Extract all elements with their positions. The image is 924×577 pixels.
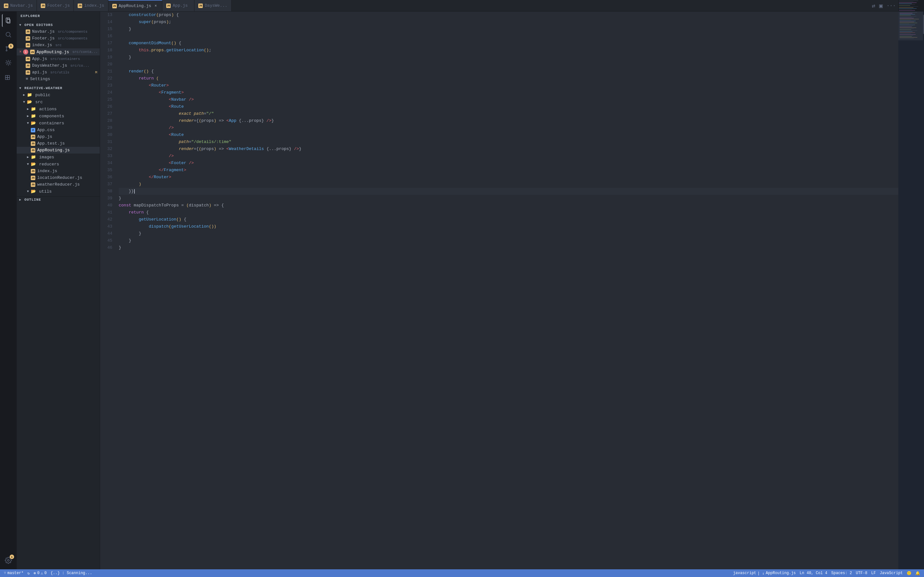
- folder-src[interactable]: ▼ 📂 src: [17, 98, 100, 105]
- tab-label: AppRouting.js: [119, 3, 151, 8]
- svg-line-20: [10, 61, 11, 61]
- js-file-icon: JS: [26, 70, 30, 75]
- line-ending-status[interactable]: LF: [871, 571, 876, 575]
- sync-status[interactable]: ↻: [27, 571, 29, 576]
- folder-arrow: ▼: [23, 100, 25, 104]
- svg-rect-8: [899, 7, 913, 8]
- tab-index[interactable]: JS index.js: [74, 0, 108, 11]
- folder-reducers[interactable]: ▼ 📂 reducers: [17, 161, 100, 168]
- file-app-js[interactable]: JS App.js: [17, 133, 100, 140]
- encoding-label: UTF-8: [856, 571, 867, 575]
- file-approuting[interactable]: JS AppRouting.js: [17, 147, 100, 153]
- file-app-css[interactable]: # App.css: [17, 127, 100, 133]
- activity-debug-icon[interactable]: [2, 56, 15, 69]
- git-compare-icon[interactable]: ⇄: [872, 2, 876, 9]
- error-count: 0: [37, 571, 39, 575]
- bell-icon: 🔔: [915, 571, 920, 576]
- code-line-30: <Route: [119, 131, 898, 139]
- outline-arrow: ▶: [19, 198, 23, 201]
- error-badge: 1: [23, 49, 28, 55]
- tab-app[interactable]: JS App.js: [162, 0, 194, 11]
- code-editor[interactable]: constructor(props) { super(props); } com…: [116, 11, 898, 569]
- errors-status[interactable]: ⊗ 0 ⚠ 0: [34, 571, 47, 576]
- file-location-reducer[interactable]: JS locationReducer.js: [17, 174, 100, 181]
- open-editor-api[interactable]: JS api.js src/utils M: [17, 69, 100, 76]
- activity-extensions-icon[interactable]: [2, 71, 15, 83]
- code-line-24: <Fragment>: [119, 89, 898, 96]
- open-editor-settings[interactable]: ≡ Settings: [17, 76, 100, 82]
- folder-images[interactable]: ▶ 📁 images: [17, 153, 100, 161]
- tab-actions: ⇄ ▣ ···: [869, 2, 899, 9]
- scanning-status[interactable]: {..} : Scanning...: [51, 571, 92, 575]
- notifications-status[interactable]: 🔔: [915, 571, 920, 576]
- folder-icon: 📁: [31, 106, 36, 111]
- tab-close-button[interactable]: ×: [153, 3, 158, 9]
- code-line-34: <Footer />: [119, 160, 898, 167]
- activity-files-icon[interactable]: [2, 14, 15, 27]
- smiley-icon: 🙂: [907, 571, 911, 576]
- error-icon: ⊗: [34, 571, 36, 576]
- open-editor-daysweather[interactable]: JS DaysWeather.js src/co...: [17, 62, 100, 69]
- folder-containers[interactable]: ▼ 📂 containers: [17, 119, 100, 127]
- tab-approuting[interactable]: JS AppRouting.js ×: [108, 0, 162, 11]
- project-toggle[interactable]: ▼ REACTIVE-WEATHER: [17, 85, 100, 91]
- git-branch-status[interactable]: ⑂ master*: [4, 571, 23, 575]
- spaces-label: Spaces: 2: [831, 571, 852, 575]
- code-line-13: constructor(props) {: [119, 11, 898, 19]
- spaces-status[interactable]: Spaces: 2: [831, 571, 852, 575]
- svg-point-17: [6, 50, 7, 51]
- folder-public[interactable]: ▶ 📁 public: [17, 91, 100, 98]
- code-line-38: }}: [119, 188, 898, 195]
- tab-navbar[interactable]: JS Navbar.js: [0, 0, 37, 11]
- open-editors-arrow: ▼: [19, 23, 23, 27]
- line-numbers: 13 14 15 16 17 18 19 20 21 22 23 24 25 2…: [100, 11, 116, 569]
- smiley-status[interactable]: 🙂: [907, 571, 911, 576]
- activity-settings-icon[interactable]: 1: [2, 554, 15, 567]
- file-app-test[interactable]: JS App.test.js: [17, 140, 100, 147]
- open-editors-toggle[interactable]: ▼ OPEN EDITORS: [17, 22, 100, 28]
- editor-content[interactable]: 13 14 15 16 17 18 19 20 21 22 23 24 25 2…: [100, 11, 898, 569]
- modified-badge: M: [95, 71, 97, 74]
- cursor-position-status[interactable]: Ln 40, Col 4: [800, 571, 827, 575]
- js-icon: JS: [78, 3, 82, 8]
- tab-daysweather[interactable]: JS DaysWe...: [194, 0, 231, 11]
- status-bar: ⑂ master* ↻ ⊗ 0 ⚠ 0 {..} : Scanning... j…: [0, 569, 924, 577]
- warning-icon: ⚠: [41, 571, 43, 576]
- folder-components[interactable]: ▶ 📁 components: [17, 113, 100, 119]
- encoding-status[interactable]: UTF-8: [856, 571, 867, 575]
- svg-rect-5: [899, 5, 915, 5]
- js-file-icon: JS: [31, 141, 35, 146]
- folder-icon: 📁: [31, 155, 36, 160]
- js-icon: JS: [166, 3, 171, 8]
- code-line-16: [119, 33, 898, 40]
- code-line-45: }: [119, 237, 898, 244]
- css-file-icon: #: [31, 128, 35, 132]
- js-file-icon: JS: [26, 29, 30, 34]
- folder-actions[interactable]: ▶ 📁 actions: [17, 105, 100, 113]
- code-line-32: render={(props) => <WeatherDetails {...p…: [119, 145, 898, 153]
- open-editor-footer[interactable]: JS Footer.js src/components: [17, 35, 100, 42]
- svg-rect-2: [899, 2, 913, 2]
- js-file-icon: JS: [26, 43, 30, 47]
- code-line-35: </Fragment>: [119, 167, 898, 174]
- file-weather-reducer[interactable]: JS weatherReducer.js: [17, 181, 100, 188]
- close-icon[interactable]: ×: [19, 50, 21, 54]
- code-line-46: }: [119, 244, 898, 251]
- language-mode-status[interactable]: javascript | ⇣ AppRouting.js: [733, 571, 796, 576]
- folder-utils[interactable]: ▼ 📂 utils: [17, 188, 100, 195]
- open-editor-index[interactable]: JS index.js src: [17, 42, 100, 48]
- outline-toggle[interactable]: ▶ OUTLINE: [17, 197, 100, 203]
- file-reducers-index[interactable]: JS index.js: [17, 168, 100, 174]
- open-editors-section: ▼ OPEN EDITORS JS Navbar.js src/componen…: [17, 21, 100, 84]
- activity-git-icon[interactable]: 1: [2, 42, 15, 55]
- open-editor-approuting[interactable]: × 1 JS AppRouting.js src/conta...: [17, 48, 100, 55]
- tab-footer[interactable]: JS Footer.js: [37, 0, 74, 11]
- open-editor-app[interactable]: JS App.js src/containers: [17, 55, 100, 62]
- activity-search-icon[interactable]: [2, 28, 15, 41]
- split-editor-icon[interactable]: ▣: [879, 2, 883, 9]
- code-line-15: }: [119, 26, 898, 33]
- more-actions-icon[interactable]: ···: [887, 3, 896, 9]
- language-status[interactable]: JavaScript: [880, 571, 903, 575]
- open-editor-navbar[interactable]: JS Navbar.js src/components: [17, 28, 100, 35]
- cursor-position-label: Ln 40, Col 4: [800, 571, 827, 575]
